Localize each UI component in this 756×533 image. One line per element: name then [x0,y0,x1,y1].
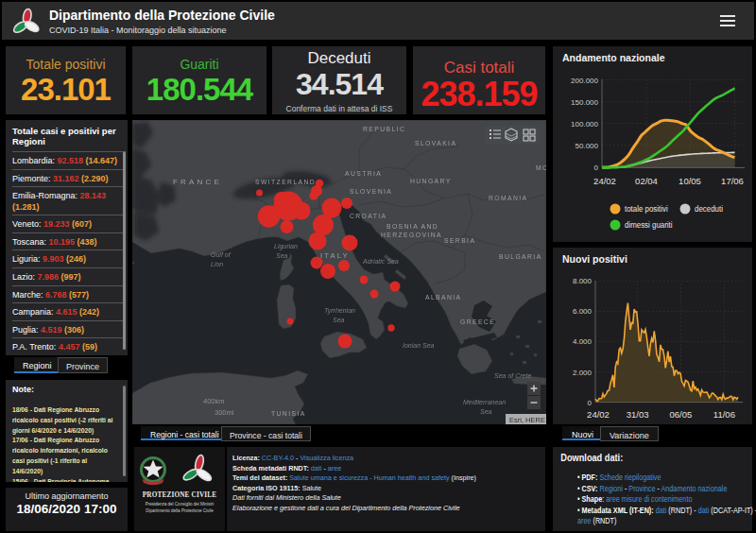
svg-text:2.000: 2.000 [573,369,593,377]
svg-text:0: 0 [588,399,593,407]
svg-text:Adriatic Sea: Adriatic Sea [362,258,399,265]
svg-text:300mi: 300mi [215,408,234,417]
svg-text:BULGARIA: BULGARIA [499,253,542,260]
svg-text:Mediterranean: Mediterranean [463,399,506,405]
svg-text:HERZEGOVINA: HERZEGOVINA [381,232,442,238]
svg-text:MO: MO [536,164,546,171]
svg-text:Ligurian: Ligurian [274,243,298,250]
svg-text:GREECE: GREECE [460,318,495,325]
svg-text:SLOVENIA: SLOVENIA [350,188,392,195]
svg-text:11/06: 11/06 [713,409,735,420]
svg-text:ITALY: ITALY [320,251,350,260]
svg-text:SERBIA: SERBIA [444,237,475,244]
svg-text:10/05: 10/05 [679,176,701,186]
svg-text:CROATIA: CROATIA [350,213,387,219]
svg-text:Tyrrhenian: Tyrrhenian [324,307,355,315]
svg-text:02/04: 02/04 [635,176,658,186]
svg-text:ALBANIA: ALBANIA [425,294,462,301]
svg-text:TUNISIA: TUNISIA [271,410,306,417]
svg-text:50.000: 50.000 [576,142,599,150]
svg-text:4.000: 4.000 [573,337,593,346]
svg-text:SLOVAKIA: SLOVAKIA [415,140,456,146]
svg-text:17/06: 17/06 [721,176,744,186]
svg-text:24/02: 24/02 [593,176,616,186]
svg-text:06/05: 06/05 [670,409,693,420]
svg-text:200.000: 200.000 [571,77,598,85]
svg-text:24/02: 24/02 [587,409,610,420]
svg-text:Ionian Sea: Ionian Sea [403,342,435,349]
svg-text:0: 0 [594,163,599,172]
svg-text:8.000: 8.000 [573,277,593,285]
svg-text:ROMANIA: ROMANIA [489,195,528,201]
svg-text:totale positivi: totale positivi [625,204,668,215]
svg-text:REPUBLIC: REPUBLIC [363,126,405,132]
svg-text:Lion: Lion [211,261,223,267]
svg-text:400km: 400km [203,397,225,405]
svg-text:6.000: 6.000 [573,307,593,316]
svg-text:Sea: Sea [480,408,492,415]
svg-text:Sea of Crete: Sea of Crete [494,372,531,379]
svg-text:31/03: 31/03 [627,409,649,420]
svg-text:BOSNIA AND: BOSNIA AND [387,223,438,230]
svg-text:100.000: 100.000 [571,120,598,129]
svg-text:Sea: Sea [276,252,288,259]
svg-text:Esri, HERE: Esri, HERE [509,416,545,424]
svg-text:SWITZERLAND: SWITZERLAND [255,179,316,185]
svg-text:deceduti: deceduti [695,204,723,215]
svg-text:FRANCE: FRANCE [173,178,222,186]
svg-text:Gulf of: Gulf of [211,251,232,258]
svg-text:HUNGARY: HUNGARY [410,178,452,184]
svg-text:150.000: 150.000 [571,98,598,107]
svg-text:AUSTRIA: AUSTRIA [345,170,382,177]
svg-text:Sea: Sea [333,317,345,323]
svg-text:dimessi guariti: dimessi guariti [625,220,673,231]
